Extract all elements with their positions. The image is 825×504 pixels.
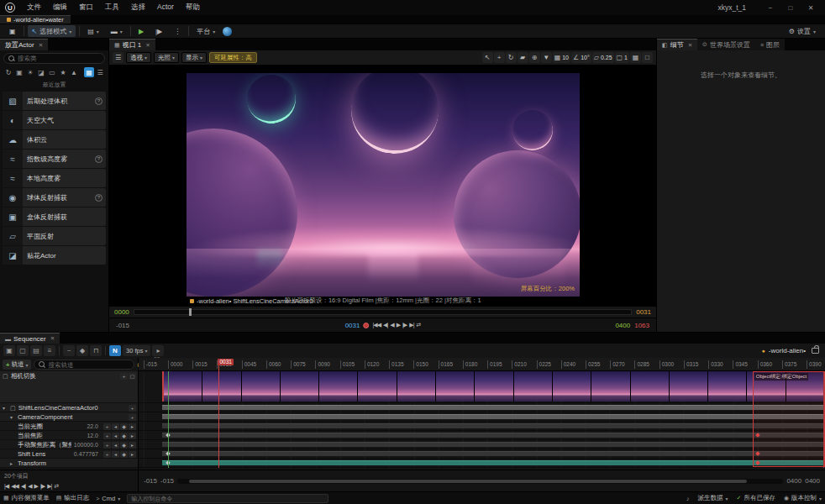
track-row-property[interactable]: 当前光圈22.0+◂◆▸	[0, 422, 138, 431]
track-row-property[interactable]: 当前焦距12.0+◂◆▸	[0, 431, 138, 440]
prev-key-icon[interactable]: ◂	[112, 442, 119, 449]
section-bar[interactable]	[162, 414, 823, 419]
go-to-end-icon[interactable]: ▶|	[47, 483, 51, 490]
filmstrip-thumbnail[interactable]	[202, 371, 241, 402]
menu-item-文件[interactable]: 文件	[21, 3, 47, 13]
timeline-lane-component[interactable]	[139, 412, 825, 422]
camera-speed-icon[interactable]: ▢1	[615, 52, 629, 63]
scrubber-handle[interactable]	[189, 308, 192, 316]
expander-icon[interactable]: ▸	[10, 460, 15, 466]
scrollbar-thumb[interactable]	[189, 480, 747, 483]
place-actor-item[interactable]: ◪贴花Actor	[3, 246, 106, 265]
track-row-property[interactable]: Shift Lens0.477767+◂◆▸	[0, 449, 138, 459]
render-movie-icon[interactable]: ▤	[30, 345, 42, 356]
close-icon[interactable]: ✕	[50, 335, 55, 342]
add-key-button[interactable]: +	[103, 442, 111, 449]
place-actor-item[interactable]: ◐天空大气	[3, 111, 106, 129]
filmstrip-thumbnail[interactable]	[319, 371, 358, 402]
add-key-button[interactable]: +	[103, 433, 111, 439]
go-to-front-icon[interactable]: |◀	[4, 483, 8, 490]
sequencer-timeline[interactable]: -015000000150030004500600075009001050120…	[139, 358, 825, 470]
content-drawer-button[interactable]: ▦ 内容侧滑菜单	[3, 494, 50, 502]
category-lights-icon[interactable]: ☀	[25, 67, 35, 77]
filmstrip-thumbnail[interactable]	[553, 371, 591, 402]
tab-细节[interactable]: ◧细节✕	[657, 39, 697, 50]
expander-icon[interactable]: ▾	[3, 405, 8, 411]
filmstrip-thumbnail[interactable]	[514, 371, 553, 402]
maximize-icon[interactable]: □	[781, 4, 800, 12]
level-tab[interactable]: -world-alien•water	[0, 15, 71, 24]
menu-item-Actor[interactable]: Actor	[151, 3, 180, 13]
save-icon[interactable]: ▣	[3, 345, 15, 356]
filmstrip-thumbnail[interactable]	[786, 371, 825, 402]
track-row-property[interactable]: 手动聚焦距离（聚焦设置）100000.0+◂◆▸	[0, 440, 138, 449]
section-bar[interactable]	[162, 460, 823, 465]
next-key-icon[interactable]: ▸	[129, 442, 136, 449]
track-row-cameracuts[interactable]: ▢相机切换+▢	[0, 371, 138, 403]
timeline-ruler[interactable]: -015000000150030004500600075009001050120…	[139, 358, 825, 371]
cinematics-dropdown[interactable]: ▬ ▾	[107, 25, 127, 37]
play-reverse-icon[interactable]: ◀	[28, 483, 31, 490]
viewport-layout-icon[interactable]: ▦	[630, 52, 641, 63]
section-bar[interactable]	[162, 442, 823, 447]
record-icon[interactable]	[363, 323, 369, 328]
timeline-lane-transform[interactable]	[139, 459, 825, 468]
menu-item-选择[interactable]: 选择	[125, 3, 151, 13]
menu-item-窗口[interactable]: 窗口	[73, 3, 99, 13]
add-button[interactable]: +	[129, 405, 136, 412]
time-scrubber[interactable]	[134, 309, 632, 315]
timeline-lane-property[interactable]	[139, 422, 825, 431]
section-bar[interactable]	[162, 433, 823, 438]
track-search-input[interactable]	[48, 361, 129, 369]
scale-tool-icon[interactable]: ▰	[518, 52, 528, 63]
rotation-snap-icon[interactable]: ∠10°	[571, 52, 591, 63]
go-to-front-icon[interactable]: |◀◀	[372, 322, 381, 328]
add-button[interactable]: +	[120, 373, 128, 380]
go-to-end-icon[interactable]: ▶|	[409, 322, 413, 328]
filmstrip-thumbnail[interactable]	[475, 371, 513, 402]
category-basic-icon[interactable]: ▣	[14, 67, 24, 77]
camera-icon[interactable]: ▢	[17, 345, 29, 356]
play-icon[interactable]: ▶	[397, 322, 400, 328]
grid-snap-icon[interactable]: ▦10	[553, 52, 570, 63]
sequence-breadcrumb[interactable]: -world-alien•	[769, 347, 806, 354]
blueprints-dropdown[interactable]: ▤ ▾	[83, 25, 103, 37]
key-icon[interactable]: ◆	[120, 423, 128, 430]
close-icon[interactable]: ✕	[801, 4, 820, 12]
minimize-icon[interactable]: −	[761, 4, 780, 12]
filmstrip-thumbnail[interactable]	[281, 371, 319, 402]
timeline-lane-cameracuts[interactable]	[139, 371, 825, 403]
place-actor-item[interactable]: ▱平面反射	[3, 227, 106, 245]
list-view-icon[interactable]: ☰	[95, 67, 105, 77]
step-forward-icon[interactable]: |▶	[40, 483, 45, 490]
filmstrip-thumbnail[interactable]	[358, 371, 397, 402]
settings-dropdown[interactable]: ⚙ 设置 ▾	[785, 25, 820, 37]
show-dropdown[interactable]: 显示 ▾	[181, 52, 207, 63]
grid-view-icon[interactable]: ▦	[84, 67, 94, 77]
output-log-button[interactable]: ▤ 输出日志	[56, 494, 90, 502]
cmd-dropdown[interactable]: > Cmd ▾	[96, 495, 120, 502]
step-back-icon[interactable]: ◀|	[21, 483, 25, 490]
close-icon[interactable]: ✕	[145, 42, 150, 49]
category-visual-effects-icon[interactable]: ★	[58, 67, 68, 77]
nav-badge-icon[interactable]: N	[109, 345, 121, 356]
next-key-icon[interactable]: ▸	[129, 423, 136, 430]
timeline-lane-actor[interactable]	[139, 403, 825, 412]
place-actor-item[interactable]: ◉球体反射捕获?	[3, 188, 106, 207]
timeline-scrollbar[interactable]	[177, 479, 783, 484]
timeline-lane-property[interactable]	[139, 431, 825, 440]
track-row-transform[interactable]: ▸Transform	[0, 459, 138, 468]
next-key-icon[interactable]: ▸	[129, 433, 136, 439]
play-options-icon[interactable]: ⋮	[170, 25, 185, 37]
add-track-button[interactable]: + 轨道 ▾	[3, 360, 31, 370]
tab-viewport[interactable]: ▦ 视口 1 ✕	[109, 39, 155, 50]
scale-snap-icon[interactable]: ▱0.25	[592, 52, 614, 63]
key-icon[interactable]: ◆	[120, 442, 128, 449]
viewport-canvas[interactable]: 屏幕百分比：200% -world-alien• ShiftLensCineCa…	[109, 65, 656, 306]
filmstrip-thumbnail[interactable]	[670, 371, 708, 402]
add-key-button[interactable]: +	[103, 451, 111, 458]
section-bar[interactable]	[162, 405, 823, 410]
revision-control-dropdown[interactable]: ◉ 版本控制 ▾	[784, 494, 822, 502]
category-recently-placed-icon[interactable]: ↻	[3, 67, 13, 77]
docs-icon[interactable]: ?	[95, 155, 102, 163]
